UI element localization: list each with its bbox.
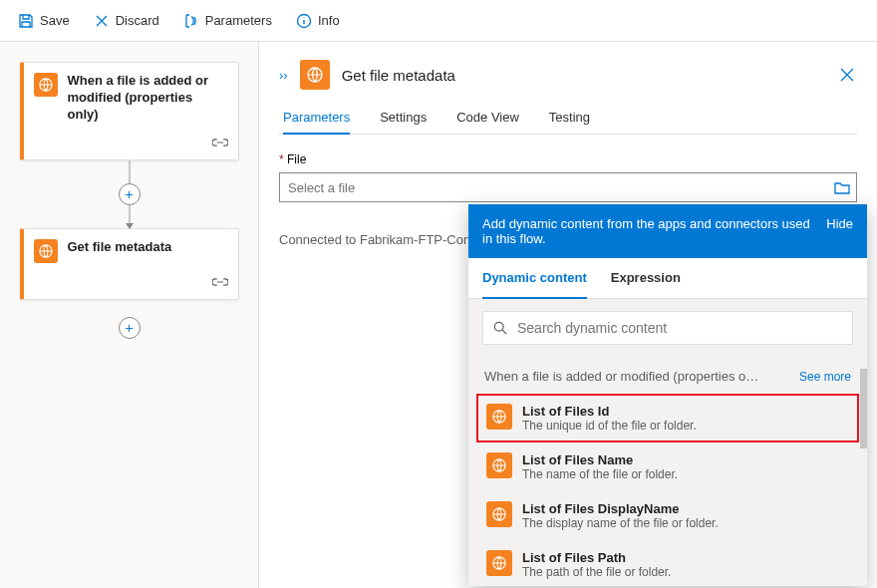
ftp-icon: [300, 60, 330, 90]
discard-label: Discard: [116, 13, 159, 28]
tab-code-view[interactable]: Code View: [456, 102, 519, 134]
close-button[interactable]: [837, 65, 857, 85]
dynamic-item-desc: The display name of the file or folder.: [522, 516, 719, 530]
tab-testing[interactable]: Testing: [549, 102, 590, 134]
add-step-button[interactable]: +: [119, 183, 141, 205]
connector: [129, 160, 131, 184]
discard-icon: [94, 13, 110, 29]
dynamic-search: [482, 311, 853, 345]
add-step-button-bottom[interactable]: +: [119, 317, 141, 339]
tab-parameters[interactable]: Parameters: [283, 102, 350, 135]
dynamic-item-name: List of Files Name: [522, 452, 678, 467]
connector: [129, 204, 131, 228]
save-button[interactable]: Save: [10, 9, 78, 33]
info-label: Info: [318, 13, 340, 28]
tabs: Parameters Settings Code View Testing: [279, 102, 857, 135]
discard-button[interactable]: Discard: [86, 9, 167, 33]
dynamic-tip-text: Add dynamic content from the apps and co…: [482, 216, 810, 246]
dynamic-item[interactable]: List of Files Name The name of the file …: [476, 442, 859, 491]
action-title: Get file metadata: [68, 239, 172, 256]
hide-button[interactable]: Hide: [826, 216, 853, 246]
dynamic-body: When a file is added or modified (proper…: [468, 357, 867, 586]
dynamic-item-desc: The path of the file or folder.: [522, 565, 671, 579]
ftp-icon: [34, 73, 58, 97]
ftp-icon: [34, 239, 58, 263]
dynamic-item-name: List of Files Path: [522, 550, 671, 565]
tab-settings[interactable]: Settings: [380, 102, 427, 134]
dynamic-item-desc: The name of the file or folder.: [522, 467, 678, 481]
details-title: Get file metadata: [342, 67, 825, 84]
dynamic-section-title: When a file is added or modified (proper…: [484, 369, 758, 384]
parameters-button[interactable]: Parameters: [175, 9, 280, 33]
ftp-icon: [486, 404, 512, 430]
dynamic-tabs: Dynamic content Expression: [468, 258, 867, 299]
info-icon: [296, 13, 312, 29]
dynamic-content-popup: Add dynamic content from the apps and co…: [468, 204, 867, 586]
dynamic-item[interactable]: List of Files Path The path of the file …: [476, 540, 859, 586]
dynamic-item-name: List of Files DisplayName: [522, 501, 719, 516]
save-icon: [18, 13, 34, 29]
ftp-icon: [486, 501, 512, 527]
file-label: * File: [279, 152, 857, 166]
link-icon: [212, 277, 228, 287]
collapse-button[interactable]: ››: [279, 68, 288, 83]
ftp-icon: [486, 550, 512, 576]
trigger-title: When a file is added or modified (proper…: [68, 73, 226, 124]
toolbar: Save Discard Parameters Info: [0, 0, 877, 42]
dynamic-item[interactable]: List of Files Id The unique id of the fi…: [476, 394, 859, 442]
folder-picker-button[interactable]: [828, 173, 856, 201]
tab-dynamic-content[interactable]: Dynamic content: [482, 258, 587, 299]
search-icon: [493, 321, 507, 335]
scrollbar[interactable]: [860, 369, 867, 448]
dynamic-item-name: List of Files Id: [522, 404, 697, 419]
file-input[interactable]: [280, 173, 828, 201]
file-input-wrap: [279, 172, 857, 202]
canvas: When a file is added or modified (proper…: [0, 42, 259, 588]
save-label: Save: [40, 13, 70, 28]
dynamic-item-desc: The unique id of the file or folder.: [522, 419, 697, 433]
ftp-icon: [486, 452, 512, 478]
parameters-icon: [183, 13, 199, 29]
action-card[interactable]: Get file metadata: [20, 228, 239, 300]
dynamic-item[interactable]: List of Files DisplayName The display na…: [476, 491, 859, 540]
link-icon: [212, 138, 228, 147]
see-more-link[interactable]: See more: [799, 370, 851, 384]
parameters-label: Parameters: [205, 13, 272, 28]
dynamic-search-input[interactable]: [517, 320, 842, 336]
svg-point-4: [494, 322, 503, 331]
trigger-card[interactable]: When a file is added or modified (proper…: [20, 62, 239, 160]
tab-expression[interactable]: Expression: [611, 258, 681, 298]
dynamic-tip: Add dynamic content from the apps and co…: [468, 204, 867, 258]
info-button[interactable]: Info: [288, 9, 348, 33]
